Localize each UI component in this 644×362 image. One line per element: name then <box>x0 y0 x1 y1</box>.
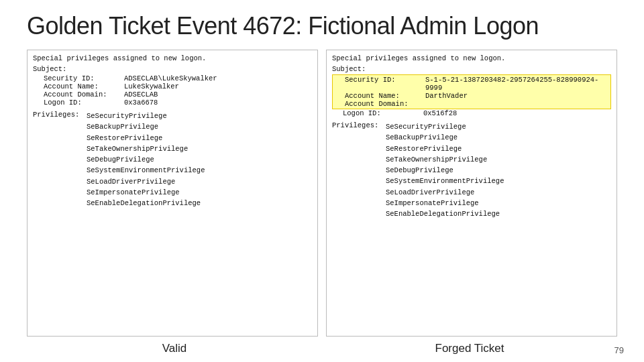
forged-security-id-label: Security ID: <box>345 76 425 92</box>
valid-account-name-label: Account Name: <box>44 82 124 90</box>
list-item: SeImpersonatePrivilege <box>386 198 504 208</box>
list-item: SeDebugPrivilege <box>87 154 205 165</box>
list-item: SeSystemEnvironmentPrivilege <box>87 165 205 176</box>
forged-logon-id-label: Logon ID: <box>343 109 423 117</box>
valid-logon-id-value: 0x3a6678 <box>124 99 158 107</box>
list-item: SeLoadDriverPrivilege <box>386 187 504 198</box>
valid-privileges-label: Privileges: <box>33 111 87 208</box>
list-item: SeSystemEnvironmentPrivilege <box>386 176 504 186</box>
forged-logon-id-value: 0x516f28 <box>423 109 457 117</box>
valid-security-id-label: Security ID: <box>44 74 124 82</box>
forged-account-name-label: Account Name: <box>345 92 425 100</box>
forged-privileges-section: Privileges: SeSecurityPrivilege SeBackup… <box>332 121 611 219</box>
valid-field-account-name: Account Name: LukeSkywalker <box>44 82 312 90</box>
forged-event-box: Special privileges assigned to new logon… <box>326 50 617 337</box>
forged-field-security-id: Security ID: S-1-5-21-1387203482-2957264… <box>345 76 609 92</box>
list-item: SeLoadDriverPrivilege <box>87 176 205 187</box>
list-item: SeTakeOwnershipPrivilege <box>386 154 504 165</box>
slide-number: 79 <box>614 345 624 355</box>
forged-account-name-value: DarthVader <box>425 92 468 100</box>
list-item: SeBackupPrivilege <box>87 121 205 132</box>
forged-subject-label: Subject: <box>332 65 611 73</box>
list-item: SeSecurityPrivilege <box>386 121 504 132</box>
forged-privileges-list: SeSecurityPrivilege SeBackupPrivilege Se… <box>386 121 504 219</box>
forged-field-logon-id: Logon ID: 0x516f28 <box>343 109 611 117</box>
slide-title: Golden Ticket Event 4672: Fictional Admi… <box>27 12 617 40</box>
valid-event-box: Special privileges assigned to new logon… <box>27 50 318 337</box>
slide-container: Golden Ticket Event 4672: Fictional Admi… <box>0 0 644 362</box>
valid-privileges-section: Privileges: SeSecurityPrivilege SeBackup… <box>33 111 312 208</box>
list-item: SeEnableDelegationPrivilege <box>87 198 205 208</box>
list-item: SeRestorePrivilege <box>386 143 504 154</box>
caption-forged: Forged Ticket <box>322 342 617 355</box>
forged-box-header: Special privileges assigned to new logon… <box>332 54 611 62</box>
valid-field-logon-id: Logon ID: 0x3a6678 <box>44 99 312 107</box>
valid-subject-section: Subject: Security ID: ADSECLAB\LukeSkywa… <box>33 65 312 107</box>
valid-account-domain-label: Account Domain: <box>44 90 124 99</box>
valid-field-account-domain: Account Domain: ADSECLAB <box>44 90 312 99</box>
content-row: Special privileges assigned to new logon… <box>27 50 617 337</box>
forged-subject-section: Subject: Security ID: S-1-5-21-138720348… <box>332 65 611 117</box>
list-item: SeSecurityPrivilege <box>87 111 205 121</box>
forged-account-domain-label: Account Domain: <box>345 100 425 108</box>
valid-account-domain-value: ADSECLAB <box>124 90 158 99</box>
valid-privileges-list: SeSecurityPrivilege SeBackupPrivilege Se… <box>87 111 205 208</box>
valid-security-id-value: ADSECLAB\LukeSkywalker <box>124 74 217 82</box>
list-item: SeImpersonatePrivilege <box>87 187 205 198</box>
valid-logon-id-label: Logon ID: <box>44 99 124 107</box>
valid-field-security-id: Security ID: ADSECLAB\LukeSkywalker <box>44 74 312 82</box>
list-item: SeRestorePrivilege <box>87 133 205 143</box>
forged-security-id-value: S-1-5-21-1387203482-2957264255-828990924… <box>425 76 609 92</box>
forged-field-account-domain: Account Domain: <box>345 100 609 108</box>
forged-privileges-label: Privileges: <box>332 121 386 219</box>
valid-account-name-value: LukeSkywalker <box>124 82 179 90</box>
forged-highlighted-rows: Security ID: S-1-5-21-1387203482-2957264… <box>332 74 611 109</box>
forged-field-account-name: Account Name: DarthVader <box>345 92 609 100</box>
list-item: SeTakeOwnershipPrivilege <box>87 143 205 154</box>
valid-privileges-row: Privileges: SeSecurityPrivilege SeBackup… <box>33 111 312 208</box>
valid-box-header: Special privileges assigned to new logon… <box>33 54 312 62</box>
list-item: SeEnableDelegationPrivilege <box>386 208 504 219</box>
caption-row: Valid Forged Ticket <box>27 342 617 355</box>
forged-privileges-row: Privileges: SeSecurityPrivilege SeBackup… <box>332 121 611 219</box>
caption-valid: Valid <box>27 342 322 355</box>
valid-subject-label: Subject: <box>33 65 312 73</box>
list-item: SeDebugPrivilege <box>386 165 504 176</box>
list-item: SeBackupPrivilege <box>386 132 504 143</box>
